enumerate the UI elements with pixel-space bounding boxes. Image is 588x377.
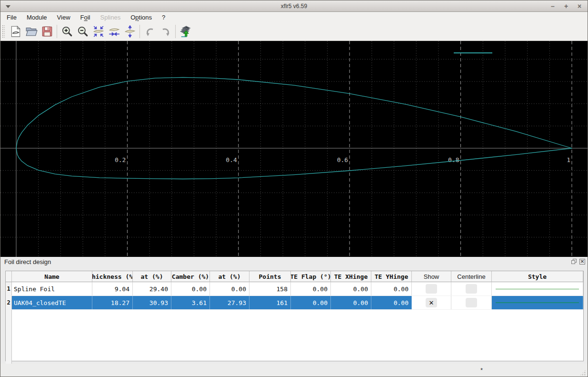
reset-x-scale-icon xyxy=(108,25,120,38)
store-foil-button[interactable] xyxy=(178,24,193,39)
toolbar-separator xyxy=(57,25,57,38)
panel-float-button[interactable] xyxy=(571,259,577,265)
axis-tick-label: 1 xyxy=(567,156,570,163)
table-row: 1 Spline Foil 9.04 29.40 0.00 0.00 158 0… xyxy=(6,282,583,296)
zoom-in-button[interactable] xyxy=(59,24,75,39)
maximize-button[interactable]: + xyxy=(562,2,570,10)
cell-camber-at[interactable]: 27.93 xyxy=(210,296,249,309)
cell-points[interactable]: 158 xyxy=(249,282,291,295)
reset-scales-button[interactable] xyxy=(90,24,106,39)
titlebar: xflr5 v6.59 – + × xyxy=(0,0,588,12)
row-number[interactable]: 2 xyxy=(6,296,12,309)
resize-grip[interactable] xyxy=(579,369,586,376)
menu-module[interactable]: Module xyxy=(22,13,51,21)
row-number[interactable]: 1 xyxy=(6,282,12,295)
centerline-checkbox[interactable] xyxy=(466,284,477,294)
cell-camber[interactable]: 3.61 xyxy=(171,296,210,309)
corner-header xyxy=(6,271,12,282)
header-show[interactable]: Show xyxy=(412,271,451,282)
airfoil-curve xyxy=(16,77,572,179)
zoom-out-button[interactable] xyxy=(75,24,90,39)
header-camber[interactable]: Camber (%) xyxy=(171,271,210,282)
header-name[interactable]: Name xyxy=(12,271,92,282)
menu-file[interactable]: File xyxy=(2,13,21,21)
toolbar xyxy=(0,22,588,41)
redo-button[interactable] xyxy=(158,24,173,39)
cell-style[interactable] xyxy=(492,296,583,309)
header-thickness[interactable]: hickness (% xyxy=(92,271,133,282)
header-te-xhinge[interactable]: TE XHinge xyxy=(331,271,371,282)
cell-te-yhinge[interactable]: 0.00 xyxy=(371,296,412,309)
cell-centerline xyxy=(451,282,492,295)
style-line xyxy=(496,302,579,303)
centerline-checkbox[interactable] xyxy=(466,298,477,307)
caret-down-icon xyxy=(6,5,10,8)
design-canvas[interactable]: 0.20.40.60.81 xyxy=(0,41,588,257)
cell-points[interactable]: 161 xyxy=(249,296,291,309)
cell-thickness-at[interactable]: 30.93 xyxy=(133,296,171,309)
header-te-flap[interactable]: TE Flap (°) xyxy=(291,271,331,282)
save-button[interactable] xyxy=(39,24,55,39)
toolbar-drag-handle[interactable] xyxy=(2,25,5,38)
reset-y-scale-icon xyxy=(124,25,136,38)
cell-thickness[interactable]: 9.04 xyxy=(92,282,133,295)
cell-name[interactable]: Spline Foil xyxy=(12,282,92,295)
app-window: xflr5 v6.59 – + × File Module View Foil … xyxy=(0,0,588,377)
header-centerline[interactable]: Centerline xyxy=(451,271,492,282)
cell-thickness[interactable]: 18.27 xyxy=(92,296,133,309)
store-foil-icon xyxy=(179,25,192,38)
axis-tick-label: 0.6 xyxy=(337,156,348,163)
cell-show: ✕ xyxy=(412,296,451,309)
foil-panel-titlebar: Foil direct design ✕ xyxy=(0,257,588,268)
window-menu-button[interactable] xyxy=(3,2,14,10)
save-floppy-icon xyxy=(41,25,53,38)
new-foil-icon xyxy=(10,25,22,38)
axis-tick-label: 0.2 xyxy=(115,156,126,163)
foil-table: Name hickness (% at (%) Camber (%) at (%… xyxy=(5,271,584,361)
cell-name[interactable]: UAK04_closedTE xyxy=(12,296,92,309)
axis-tick-label: 0.8 xyxy=(448,156,459,163)
menu-options[interactable]: Options xyxy=(126,13,156,21)
zoom-in-icon xyxy=(61,25,73,38)
menu-foil[interactable]: Foil xyxy=(76,13,95,21)
open-folder-icon xyxy=(25,25,38,38)
cell-te-xhinge[interactable]: 0.00 xyxy=(331,296,371,309)
new-foil-button[interactable] xyxy=(8,24,23,39)
table-row-selected: 2 UAK04_closedTE 18.27 30.93 3.61 27.93 … xyxy=(6,296,583,310)
status-text: * xyxy=(480,367,483,374)
menu-view[interactable]: View xyxy=(53,13,75,21)
header-points[interactable]: Points xyxy=(249,271,291,282)
open-file-button[interactable] xyxy=(23,24,39,39)
window-title: xflr5 v6.59 xyxy=(0,3,588,10)
cell-te-yhinge[interactable]: 0.00 xyxy=(371,282,412,295)
reset-x-scale-button[interactable] xyxy=(106,24,122,39)
minimize-button[interactable]: – xyxy=(548,2,557,10)
header-style[interactable]: Style xyxy=(492,271,583,282)
cell-te-xhinge[interactable]: 0.00 xyxy=(331,282,371,295)
header-te-yhinge[interactable]: TE YHinge xyxy=(371,271,412,282)
cell-show xyxy=(412,282,451,295)
undo-button[interactable] xyxy=(142,24,158,39)
axis-tick-label: 0.4 xyxy=(226,156,237,163)
menu-splines: Splines xyxy=(96,13,125,21)
show-checkbox[interactable] xyxy=(426,284,437,294)
close-button[interactable]: × xyxy=(575,2,584,10)
header-thickness-at[interactable]: at (%) xyxy=(133,271,171,282)
statusbar: * xyxy=(0,364,588,377)
cell-thickness-at[interactable]: 29.40 xyxy=(133,282,171,295)
style-line xyxy=(496,289,579,289)
cell-style[interactable] xyxy=(492,282,583,295)
show-checkbox-checked[interactable]: ✕ xyxy=(426,298,437,307)
menu-help[interactable]: ? xyxy=(158,13,169,21)
cell-camber-at[interactable]: 0.00 xyxy=(210,282,249,295)
cell-te-flap[interactable]: 0.00 xyxy=(291,282,331,295)
reset-y-scale-button[interactable] xyxy=(122,24,138,39)
cell-te-flap[interactable]: 0.00 xyxy=(291,296,331,309)
menubar: File Module View Foil Splines Options ? xyxy=(0,12,588,22)
cell-camber[interactable]: 0.00 xyxy=(171,282,210,295)
redo-icon xyxy=(159,25,172,38)
table-header-row: Name hickness (% at (%) Camber (%) at (%… xyxy=(6,271,583,282)
panel-close-button[interactable]: ✕ xyxy=(579,259,585,265)
reset-scales-icon xyxy=(92,25,105,38)
header-camber-at[interactable]: at (%) xyxy=(210,271,249,282)
